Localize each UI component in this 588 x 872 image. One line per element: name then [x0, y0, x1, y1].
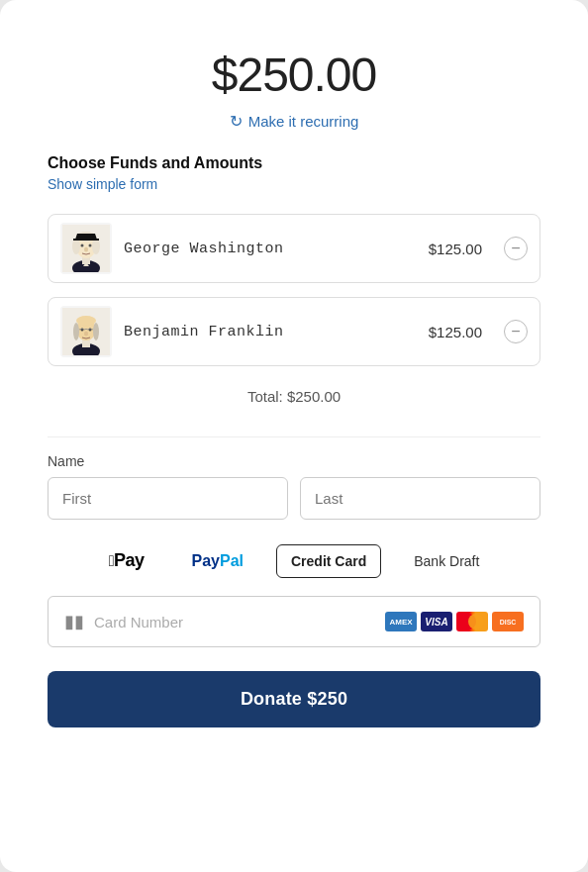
visa-logo: VISA: [421, 612, 452, 631]
fund-amount-washington: $125.00: [429, 241, 482, 257]
card-number-placeholder: Card Number: [94, 614, 375, 630]
svg-point-16: [76, 316, 96, 326]
svg-point-18: [93, 323, 99, 340]
recurring-icon: ↻: [230, 112, 243, 131]
svg-rect-14: [82, 339, 90, 347]
mastercard-logo: [456, 612, 488, 631]
svg-point-8: [81, 244, 84, 247]
washington-portrait: [62, 225, 110, 272]
svg-point-21: [84, 332, 88, 337]
fund-avatar-franklin: [60, 306, 112, 357]
name-fields: [48, 477, 540, 520]
svg-point-6: [92, 239, 100, 254]
divider: [48, 436, 540, 437]
svg-point-9: [89, 244, 92, 247]
show-simple-form-link[interactable]: Show simple form: [48, 176, 540, 192]
fund-item-washington: George Washington $125.00 −: [48, 214, 540, 283]
svg-point-10: [84, 247, 88, 252]
apple-pay-button[interactable]: Pay: [94, 541, 159, 580]
first-name-input[interactable]: [48, 477, 288, 520]
bank-draft-label: Bank Draft: [414, 553, 479, 569]
card-logos: AMEX VISA DISC: [385, 612, 524, 631]
paypal-label: PayPal: [192, 552, 244, 570]
fund-item-franklin: Benjamin Franklin $125.00 −: [48, 297, 540, 366]
donation-amount: $250.00: [48, 48, 540, 102]
recurring-row: ↻ Make it recurring: [48, 112, 540, 131]
donation-card: $250.00 ↻ Make it recurring Choose Funds…: [0, 0, 588, 872]
make-recurring-link[interactable]: Make it recurring: [248, 113, 359, 130]
last-name-input[interactable]: [300, 477, 540, 520]
card-icon: ▮▮: [64, 611, 84, 632]
card-number-row: ▮▮ Card Number AMEX VISA DISC: [48, 596, 540, 647]
credit-card-button[interactable]: Credit Card: [276, 544, 381, 578]
fund-name-franklin: Benjamin Franklin: [124, 324, 417, 340]
svg-point-5: [72, 239, 80, 254]
remove-franklin-button[interactable]: −: [504, 320, 528, 343]
svg-point-17: [73, 323, 79, 340]
svg-rect-11: [73, 239, 99, 241]
donate-button[interactable]: Donate $250: [48, 671, 540, 727]
discover-logo: DISC: [492, 612, 524, 631]
fund-amount-franklin: $125.00: [429, 324, 482, 340]
paypal-button[interactable]: PayPal: [177, 543, 258, 579]
apple-icon: : [109, 552, 114, 569]
total-row: Total: $250.00: [48, 388, 540, 405]
apple-pay-label: Pay: [109, 550, 145, 571]
amex-logo: AMEX: [385, 612, 417, 631]
fund-name-washington: George Washington: [124, 241, 417, 257]
payment-methods: Pay PayPal Credit Card Bank Draft: [48, 541, 540, 580]
svg-point-23: [468, 614, 484, 630]
credit-card-label: Credit Card: [291, 553, 366, 569]
bank-draft-button[interactable]: Bank Draft: [399, 544, 494, 578]
fund-avatar-washington: [60, 223, 112, 274]
franklin-portrait: [62, 308, 110, 355]
section-title: Choose Funds and Amounts: [48, 154, 540, 172]
remove-washington-button[interactable]: −: [504, 237, 528, 260]
name-label: Name: [48, 453, 540, 469]
